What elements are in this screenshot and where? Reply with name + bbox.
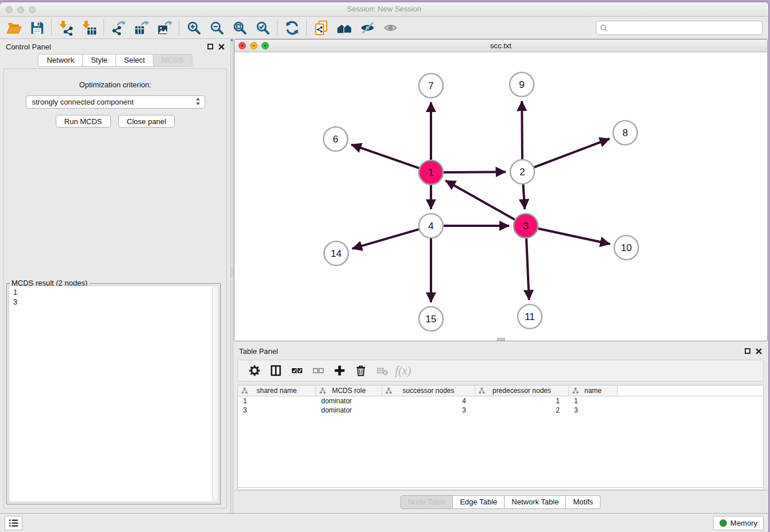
hide-graphics-details-button[interactable] [356,18,379,37]
network-window-titlebar: × − + scc.txt [234,40,767,52]
table-row[interactable]: 3dominator323 [238,406,763,415]
window-title: Session: New Session [0,5,768,13]
cell-predecessor-nodes[interactable]: 2 [475,406,569,414]
open-session-button[interactable] [2,18,25,37]
import-table-icon [82,20,97,36]
search-input[interactable] [608,22,762,34]
level-of-detail-button[interactable] [379,18,402,37]
toolbar-separator [306,20,307,36]
workspace-area: × − + scc.txt 7968124314101511 [233,39,768,513]
network-window-resize-grip[interactable] [497,338,505,341]
close-table-panel-icon[interactable] [756,348,762,354]
table-mode-button[interactable] [244,361,265,380]
zoom-in-button[interactable] [182,18,205,37]
node-label-1: 1 [428,167,433,178]
dropdown-chevrons-icon [195,97,201,107]
cell-name[interactable]: 1 [569,397,618,405]
import-network-icon [59,20,74,36]
tab-mcds[interactable]: MCDS [153,54,192,67]
status-bar: Memory [0,513,768,532]
create-column-button[interactable] [329,361,350,380]
close-panel-icon[interactable] [218,44,225,50]
export-network-button[interactable] [107,18,130,37]
export-table-icon [134,20,149,36]
tab-node-table[interactable]: Node Table [401,495,453,509]
column-header-predecessor-nodes[interactable]: predecessor nodes [475,385,569,396]
node-label-7: 7 [428,80,433,91]
fx-icon: f(x) [395,364,411,377]
node-table-body: 1dominator4113dominator323 [238,396,763,415]
float-panel-icon[interactable] [207,44,213,49]
main-toolbar [0,17,768,39]
edge-2-9[interactable] [522,101,522,159]
toolbar-separator [51,20,52,36]
cell-mcds-role[interactable]: dominator [316,406,382,414]
delete-columns-button[interactable] [350,361,371,380]
zoom-fit-button[interactable] [228,18,251,37]
export-network-icon [111,20,126,36]
table-row[interactable]: 1dominator411 [238,396,763,406]
run-mcds-button[interactable]: Run MCDS [56,115,111,128]
new-network-from-selection-button[interactable] [310,18,333,37]
import-table-button[interactable] [78,18,101,37]
edge-2-8[interactable] [534,138,610,167]
delete-table-icon [376,364,388,377]
edge-1-2[interactable] [444,172,506,172]
column-label: predecessor nodes [492,387,551,395]
cell-shared-name[interactable]: 3 [238,406,316,414]
tab-select[interactable]: Select [116,54,153,67]
column-header-shared-name[interactable]: shared name [238,385,316,396]
edge-3-11[interactable] [526,238,529,300]
result-scrollbar[interactable] [212,287,217,501]
delete-table-button[interactable] [371,361,392,380]
toolbar-separator [277,20,278,36]
memory-button[interactable]: Memory [713,516,764,530]
tab-network[interactable]: Network [38,54,83,67]
close-panel-button[interactable]: Close panel [118,115,175,128]
float-table-panel-icon[interactable] [745,348,750,354]
column-label: successor nodes [402,387,454,395]
criterion-dropdown-value: strongly connected component [32,98,134,106]
cell-shared-name[interactable]: 1 [238,397,316,405]
column-header-successor-nodes[interactable]: successor nodes [382,385,475,396]
tab-edge-table[interactable]: Edge Table [453,495,505,509]
task-history-button[interactable] [5,516,22,530]
edge-3-1[interactable] [445,180,515,219]
edge-2-3[interactable] [523,184,525,209]
select-all-button[interactable] [286,361,307,380]
network-canvas[interactable]: 7968124314101511 [234,52,767,341]
cell-successor-nodes[interactable]: 4 [382,397,475,405]
tab-style[interactable]: Style [83,54,116,67]
column-label: MCDS role [332,387,366,395]
edge-4-14[interactable] [352,229,419,249]
mcds-result-text[interactable]: 1 3 [9,286,218,502]
export-image-icon [157,20,172,36]
cell-predecessor-nodes[interactable]: 1 [475,397,569,405]
deselect-all-button[interactable] [307,361,329,380]
zoom-selected-button[interactable] [251,18,274,37]
zoom-out-button[interactable] [205,18,228,37]
column-header-name[interactable]: name [569,385,618,396]
criterion-dropdown[interactable]: strongly connected component [26,95,205,109]
network-view-window: × − + scc.txt 7968124314101511 [234,39,768,341]
function-builder-button[interactable]: f(x) [392,361,414,380]
column-header-mcds-role[interactable]: MCDS role [316,385,382,396]
search-icon [600,24,608,32]
export-table-button[interactable] [130,18,153,37]
cell-mcds-role[interactable]: dominator [316,397,382,405]
tab-network-table[interactable]: Network Table [505,495,566,509]
apply-layout-button[interactable] [280,18,303,37]
export-image-button[interactable] [153,18,176,37]
save-session-button[interactable] [25,18,48,37]
cell-successor-nodes[interactable]: 3 [382,406,475,414]
edge-3-10[interactable] [538,229,610,244]
import-network-button[interactable] [55,18,78,37]
tab-motifs[interactable]: Motifs [566,495,600,509]
columns-icon [270,364,282,377]
show-column-button[interactable] [265,361,286,380]
edge-1-6[interactable] [351,145,419,168]
network-graph[interactable]: 7968124314101511 [234,52,768,341]
cell-name[interactable]: 3 [569,406,618,414]
checked-boxes-icon [291,364,303,377]
network-home-button[interactable] [333,18,356,37]
